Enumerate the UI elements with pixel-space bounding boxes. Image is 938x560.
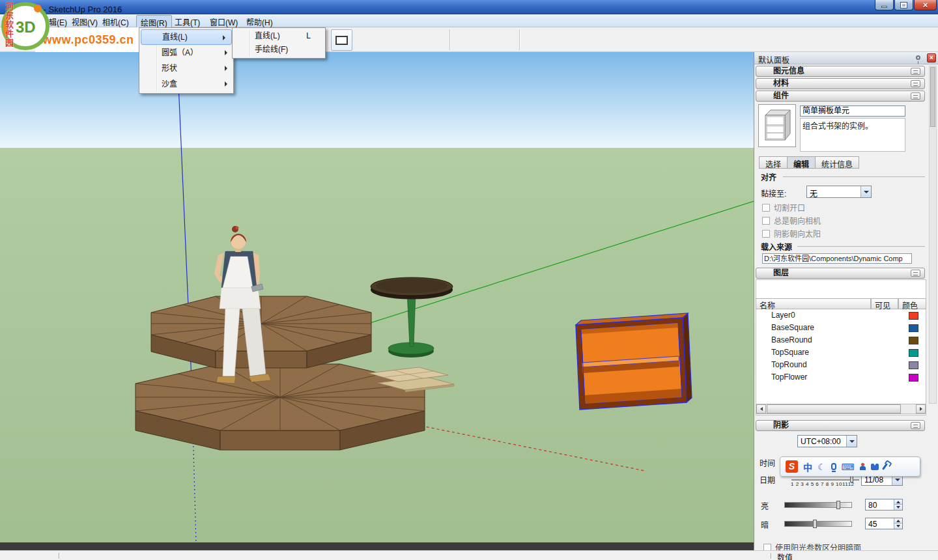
layer-color-swatch[interactable] bbox=[909, 324, 918, 332]
spin-up-icon[interactable] bbox=[894, 499, 902, 505]
timezone-dropdown[interactable]: UTC+08:00 bbox=[797, 435, 857, 447]
menu-tools[interactable]: 工具(T) bbox=[175, 16, 200, 27]
minimize-icon bbox=[881, 6, 887, 8]
close-button[interactable]: × bbox=[914, 0, 937, 10]
3d-viewport[interactable] bbox=[0, 52, 754, 550]
measurements-input[interactable] bbox=[803, 552, 933, 560]
layer-row-name[interactable]: TopFlower bbox=[771, 372, 807, 382]
tab-select[interactable]: 选择 bbox=[759, 156, 787, 169]
spin-down-icon[interactable] bbox=[894, 524, 902, 529]
menu-item-arc[interactable]: 圆弧（A） bbox=[139, 45, 233, 61]
load-source-label: 载入来源 bbox=[761, 241, 792, 252]
light-slider-thumb[interactable] bbox=[836, 501, 840, 509]
maximize-button[interactable] bbox=[894, 0, 913, 10]
layer-color-swatch[interactable] bbox=[909, 312, 918, 320]
minimize-button[interactable] bbox=[875, 0, 894, 10]
layer-color-swatch[interactable] bbox=[909, 361, 918, 369]
dark-spinbox[interactable]: 45 bbox=[865, 518, 903, 529]
layer-row-name[interactable]: TopSquare bbox=[771, 348, 809, 357]
glue-to-dropdown[interactable]: 无 bbox=[806, 186, 872, 198]
layers-hscrollbar[interactable] bbox=[756, 404, 926, 414]
light-slider[interactable] bbox=[784, 502, 852, 508]
menu-item-sandbox[interactable]: 沙盒 bbox=[139, 76, 233, 92]
component-thumbnail[interactable] bbox=[758, 104, 796, 147]
divider bbox=[797, 246, 925, 247]
dropdown-arrow-icon[interactable] bbox=[846, 436, 857, 447]
layers-column-visible[interactable]: 可见 bbox=[871, 298, 898, 309]
menu-view[interactable]: 视图(V) bbox=[72, 16, 98, 27]
mic-icon[interactable] bbox=[831, 463, 836, 470]
scrollbar-thumb[interactable] bbox=[930, 67, 935, 127]
menu-window[interactable]: 窗口(W) bbox=[210, 16, 238, 27]
layer-row-name[interactable]: Layer0 bbox=[771, 311, 795, 320]
section-entity-info[interactable]: 图元信息 bbox=[756, 66, 925, 77]
section-label: 材料 bbox=[773, 79, 789, 88]
toolbox-icon[interactable] bbox=[882, 463, 888, 470]
section-collapse-icon[interactable] bbox=[911, 92, 920, 100]
load-path-field[interactable]: D:\河东软件园\Components\Dynamic Comp bbox=[762, 253, 912, 264]
dropdown-arrow-icon[interactable] bbox=[860, 186, 871, 197]
tab-edit[interactable]: 编辑 bbox=[787, 156, 815, 169]
date-tick-labels: 1 2 3 4 5 6 7 8 9 101112 bbox=[791, 481, 864, 487]
light-spinbox[interactable]: 80 bbox=[865, 499, 903, 511]
section-shadows[interactable]: 阴影 bbox=[756, 420, 925, 431]
pin-icon[interactable] bbox=[916, 55, 920, 60]
menu-help[interactable]: 帮助(H) bbox=[246, 16, 273, 27]
menu-camera[interactable]: 相机(C) bbox=[102, 16, 129, 27]
section-collapse-icon[interactable] bbox=[911, 422, 920, 429]
component-name-input[interactable]: 简单搁板单元 bbox=[800, 105, 905, 117]
section-collapse-icon[interactable] bbox=[911, 270, 920, 277]
component-description-input[interactable]: 组合式书架的实例。 bbox=[800, 118, 905, 152]
option-label: 切割开口 bbox=[774, 202, 805, 213]
bookshelf-component-selected[interactable] bbox=[576, 313, 692, 410]
submenu-arrow-icon bbox=[225, 66, 227, 71]
scroll-right-button[interactable] bbox=[916, 404, 926, 413]
menu-item-shapes[interactable]: 形状 bbox=[139, 61, 233, 76]
layer-color-swatch[interactable] bbox=[909, 337, 918, 344]
soft-keyboard-icon[interactable]: ⌨ bbox=[842, 462, 855, 472]
section-components[interactable]: 组件 bbox=[756, 91, 925, 102]
tray-close-button[interactable]: × bbox=[927, 53, 936, 63]
dark-slider[interactable] bbox=[784, 521, 852, 527]
section-layers[interactable]: 图层 bbox=[756, 268, 925, 279]
layer-color-swatch[interactable] bbox=[909, 374, 918, 382]
menu-item-line[interactable]: 直线(L) bbox=[141, 29, 232, 45]
tray-scrollbar[interactable] bbox=[929, 66, 937, 404]
layer-row-name[interactable]: TopRound bbox=[771, 360, 807, 369]
checkbox[interactable] bbox=[762, 217, 770, 225]
layer-row-name[interactable]: BaseRound bbox=[771, 335, 812, 344]
layer-row-name[interactable]: BaseSquare bbox=[771, 323, 814, 332]
toolbar-button-rectangle[interactable] bbox=[331, 29, 352, 51]
sogou-logo-icon[interactable]: S bbox=[786, 460, 798, 473]
submenu-item-freehand[interactable]: 手绘线(F) bbox=[233, 43, 325, 57]
title-bar[interactable]: 无标题 - SketchUp Pro 2016 × bbox=[0, 0, 938, 14]
checkbox[interactable] bbox=[762, 204, 770, 212]
submenu-arrow-icon bbox=[225, 50, 227, 55]
spin-down-icon[interactable] bbox=[894, 505, 902, 510]
divider bbox=[783, 176, 925, 177]
submenu-item-line[interactable]: 直线(L) L bbox=[233, 29, 325, 43]
section-collapse-icon[interactable] bbox=[911, 68, 920, 75]
layers-column-name[interactable]: 名称 bbox=[756, 298, 871, 309]
scroll-left-button[interactable] bbox=[756, 404, 766, 413]
right-arrow-icon bbox=[920, 407, 922, 411]
line-submenu: 直线(L) L 手绘线(F) bbox=[232, 27, 326, 59]
night-mode-icon[interactable]: ☾ bbox=[817, 462, 826, 472]
skin-icon[interactable] bbox=[871, 464, 879, 470]
dark-slider-thumb[interactable] bbox=[813, 520, 817, 528]
chinese-mode-icon[interactable]: 中 bbox=[803, 460, 812, 473]
section-materials[interactable]: 材料 bbox=[756, 78, 925, 89]
checkbox[interactable] bbox=[763, 544, 771, 551]
account-icon[interactable] bbox=[860, 463, 866, 470]
layers-column-color[interactable]: 颜色 bbox=[898, 298, 926, 309]
scrollbar-thumb[interactable] bbox=[767, 404, 901, 413]
checkbox[interactable] bbox=[762, 230, 770, 238]
section-collapse-icon[interactable] bbox=[911, 80, 920, 87]
close-icon: × bbox=[923, 1, 928, 10]
tray-header[interactable]: 默认面板 × bbox=[754, 52, 938, 64]
spin-up-icon[interactable] bbox=[894, 518, 902, 524]
sun-option-clipped: 使用阳光参数区分明暗面 bbox=[763, 542, 861, 550]
tab-statistics[interactable]: 统计信息 bbox=[815, 156, 859, 169]
date-slider[interactable] bbox=[791, 479, 859, 481]
layer-color-swatch[interactable] bbox=[909, 349, 918, 357]
